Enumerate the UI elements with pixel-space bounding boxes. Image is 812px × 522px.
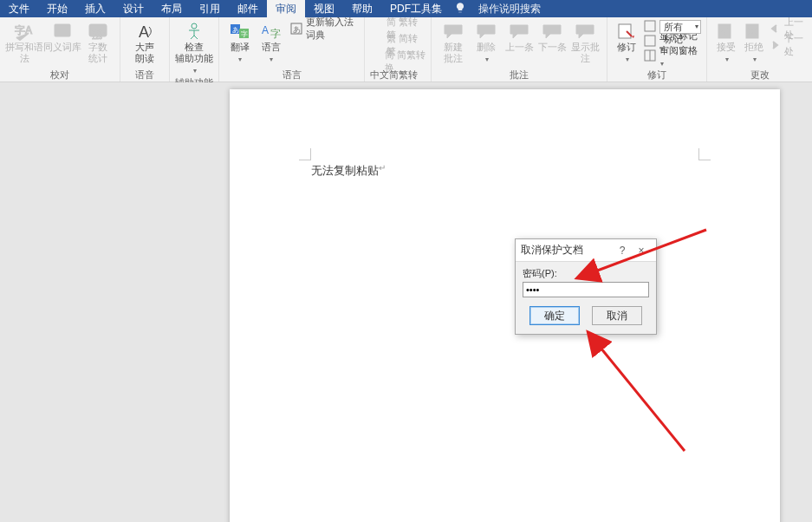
dialog-title: 取消保护文档 [521,243,613,258]
svg-text:A: A [262,24,269,36]
svg-text:字: 字 [270,28,281,40]
translate-icon: あ字 [226,21,254,42]
prev-comment-label: 上一条 [505,42,534,53]
next-comment-icon [538,21,566,42]
wordcount-button[interactable]: ABC123 字数 统计 [81,19,114,64]
group-label-proofing: 校对 [50,69,69,82]
svg-point-7 [192,23,197,29]
reviewing-pane-icon [644,49,656,63]
cancel-button[interactable]: 取消 [592,306,642,325]
password-label: 密码(P): [523,267,649,280]
document-workspace[interactable]: 无法复制粘贴↵ [0,82,812,522]
svg-rect-19 [645,21,655,31]
delete-comment-button[interactable]: 删除 [470,19,503,65]
thesaurus-button[interactable]: 同义词库 [43,19,81,53]
language-button[interactable]: A字 语言 [256,19,287,65]
show-comments-button[interactable]: 显示批注 [568,19,601,64]
document-page[interactable]: 无法复制粘贴↵ [230,89,780,522]
new-comment-button[interactable]: 新建 批注 [437,19,470,64]
track-changes-icon [613,21,640,42]
body-text: 无法复制粘贴 [311,164,379,177]
group-tracking: 修订 所有标记 显示标记 审阅窗格 修订 [607,17,707,82]
accept-label: 接受 [717,42,736,53]
margin-marker [698,148,711,160]
new-comment-label: 新建 批注 [444,42,463,64]
chevron-down-icon [752,53,757,65]
read-aloud-label: 大声 朗读 [135,42,154,64]
check-accessibility-button[interactable]: 检查 辅助功能 [175,19,213,76]
dialog-help-button[interactable]: ? [613,245,632,257]
svg-text:あ: あ [293,25,301,34]
svg-text:あ: あ [232,26,239,34]
language-label: 语言 [262,42,281,53]
tab-layout[interactable]: 布局 [153,0,191,17]
ime-icon: あ [290,22,302,36]
reviewing-pane-button[interactable]: 审阅窗格 [659,44,701,68]
chevron-down-icon [237,53,242,65]
tc-sc-icon [370,22,383,36]
update-ime-button[interactable]: あ 更新输入法词典 [290,21,359,36]
track-changes-button[interactable]: 修订 [613,19,640,65]
accept-button[interactable]: 接受 [712,19,740,65]
chinese-convert-button[interactable]: 简 简繁转换 [370,54,425,69]
unprotect-document-dialog: 取消保护文档 ? × 密码(P): 确定 取消 [515,238,657,335]
tell-me-search[interactable]: 操作说明搜索 [470,0,549,17]
dialog-titlebar[interactable]: 取消保护文档 ? × [516,239,656,262]
spelling-label: 拼写和语法 [5,42,43,64]
group-label-language: 语言 [283,69,302,82]
group-comments: 新建 批注 删除 上一条 下一条 显示批注 批注 [432,17,607,82]
next-change-label: 下一处 [784,32,807,58]
svg-text:A: A [139,23,149,41]
chevron-down-icon [192,64,197,76]
translate-button[interactable]: あ字 翻译 [224,19,256,65]
reject-button[interactable]: 拒绝 [740,19,768,65]
svg-text:字A: 字A [15,24,32,36]
document-body-text[interactable]: 无法复制粘贴↵ [311,163,386,179]
update-ime-label: 更新输入法词典 [306,16,359,42]
ok-button[interactable]: 确定 [529,306,580,325]
ribbon: 字A 拼写和语法 同义词库 ABC123 字数 统计 校对 [0,17,812,82]
next-change-button[interactable]: 下一处 [770,37,807,52]
margin-marker [299,148,311,160]
delete-comment-icon [472,21,500,42]
tab-design[interactable]: 设计 [114,0,153,17]
password-input[interactable] [523,282,649,297]
translate-label: 翻译 [231,42,250,53]
show-markup-icon [644,35,656,49]
tab-file[interactable]: 文件 [0,0,38,17]
accessibility-label: 检查 辅助功能 [175,42,213,64]
svg-rect-20 [645,36,655,46]
delete-comment-label: 删除 [477,42,496,53]
show-comments-label: 显示批注 [568,42,601,64]
group-chinese-conversion: 简 繁转简 繁 简转繁 简 简繁转换 中文简繁转换 [365,17,432,82]
group-label-comments: 批注 [510,69,529,82]
sc-tc-icon [370,38,383,52]
tab-home[interactable]: 开始 [38,0,76,17]
dialog-close-button[interactable]: × [632,245,651,257]
read-aloud-button[interactable]: A 大声 朗读 [126,19,164,64]
chevron-down-icon [269,53,273,65]
reject-label: 拒绝 [744,42,763,53]
lightbulb-icon [454,2,466,16]
tab-insert[interactable]: 插入 [76,0,114,17]
group-speech: A 大声 朗读 语音 [120,17,170,82]
thesaurus-label: 同义词库 [43,42,81,53]
display-for-review-combo[interactable]: 所有标记 [659,20,701,34]
thesaurus-icon [49,21,76,42]
tab-review[interactable]: 审阅 [267,0,305,17]
group-proofing: 字A 拼写和语法 同义词库 ABC123 字数 统计 校对 [0,17,120,82]
group-language: あ字 翻译 A字 语言 あ 更新输入法词典 语 [219,17,365,82]
spelling-icon: 字A [10,21,38,42]
next-change-icon [770,38,781,52]
wordcount-label: 字数 统计 [88,42,107,64]
prev-comment-icon [505,21,533,42]
tab-mailings[interactable]: 邮件 [229,0,267,17]
track-changes-label: 修订 [617,42,636,53]
accessibility-icon [180,21,208,42]
svg-text:字: 字 [241,30,248,38]
spelling-grammar-button[interactable]: 字A 拼写和语法 [5,19,43,64]
prev-comment-button[interactable]: 上一条 [503,19,536,53]
next-comment-button[interactable]: 下一条 [536,19,568,53]
svg-rect-18 [619,24,631,38]
tab-references[interactable]: 引用 [191,0,229,17]
